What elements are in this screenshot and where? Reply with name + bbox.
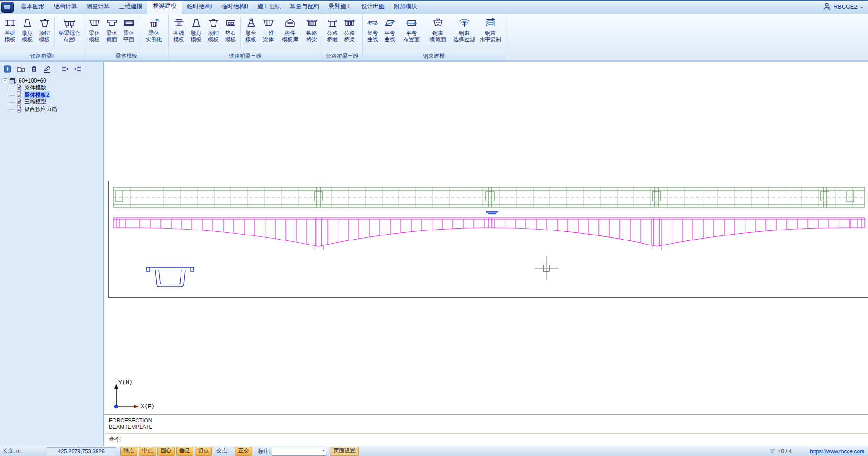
t-section-icon: [432, 15, 444, 30]
menu-tab-临时结构I[interactable]: 临时结构I: [182, 0, 217, 14]
snap-button-中点[interactable]: 中点: [139, 447, 156, 456]
add-button[interactable]: [3, 64, 12, 74]
menu-tab-施工组织[interactable]: 施工组织: [253, 0, 285, 14]
chevron-down-icon[interactable]: ⌄: [860, 4, 863, 9]
bridge-elevation-view: [113, 218, 865, 250]
annotation-label: 标注:: [258, 447, 270, 455]
ribbon-button-墩身模板[interactable]: 墩身模板: [19, 15, 36, 51]
ribbon-button-竖弯曲线[interactable]: 竖弯曲线: [364, 15, 381, 51]
user-account[interactable]: RBCCE2 ⌄: [823, 2, 863, 10]
page-setup-button[interactable]: 页面设置: [330, 447, 359, 456]
ribbon-button-label: 墩身模板: [22, 30, 33, 43]
snap-button-切点[interactable]: 切点: [195, 447, 212, 456]
command-prompt[interactable]: 命令:: [109, 436, 868, 442]
drawing-canvas[interactable]: Y(N) X(E): [104, 62, 868, 415]
ribbon-group-公路桥梁三维: 公路桥墩公路桥梁公路桥梁三维: [322, 14, 363, 60]
tree-item-纵向预应力筋[interactable]: 纵向预应力筋: [10, 106, 103, 113]
ribbon-button-梁体模板[interactable]: 梁体模板: [86, 15, 103, 51]
menu-tab-三维建模[interactable]: 三维建模: [114, 0, 147, 14]
menu-tab-设计出图[interactable]: 设计出图: [357, 0, 389, 14]
ribbon-button-label: 顶帽模板: [39, 30, 50, 43]
ribbon-button-基础模板[interactable]: 基础模板: [170, 15, 187, 51]
ucs-axis-indicator: Y(N) X(E): [114, 379, 155, 410]
ribbon-group-title: 铁路桥梁I: [0, 51, 84, 60]
snap-button-垂足[interactable]: 垂足: [176, 447, 193, 456]
ribbon-button-公路桥墩[interactable]: 公路桥墩: [324, 15, 341, 51]
v-curve-icon: [367, 15, 379, 30]
user-name: RBCCE2: [834, 3, 858, 10]
foundation-icon: [4, 15, 16, 30]
drawing-area[interactable]: Y(N) X(E): [104, 62, 868, 414]
ribbon-button-三维梁体[interactable]: 三维梁体: [260, 15, 277, 51]
delete-button[interactable]: [29, 64, 39, 74]
ribbon-button-顶帽模板[interactable]: 顶帽模板: [205, 15, 222, 51]
app-logo-icon[interactable]: [1, 2, 14, 13]
ribbon-button-钢束水平复制[interactable]: 钢束水平复制: [477, 15, 504, 51]
ribbon-button-顶帽模板[interactable]: 顶帽模板: [36, 15, 53, 51]
snap-button-正交[interactable]: 正交: [235, 447, 252, 456]
application-window: 基本图形结构计算测量计算三维建模桥梁建模临时结构I临时结构II施工组织算量与配料…: [0, 0, 868, 456]
foundation2-icon: [173, 15, 185, 30]
ribbon-button-梁体平面[interactable]: 梁体平面: [120, 15, 137, 51]
menu-tab-结构计算[interactable]: 结构计算: [49, 0, 82, 14]
ribbon-group-title: 梁体模板: [84, 51, 168, 60]
ribbon-button-label: 基础模板: [5, 30, 15, 43]
tree-item-梁体模板2[interactable]: 梁体模板2: [10, 92, 103, 99]
tree-root-row[interactable]: 60+100+60: [3, 77, 103, 84]
ribbon-button-平弯曲线[interactable]: 平弯曲线: [381, 15, 398, 51]
ribbon-button-墩身模板[interactable]: 墩身模板: [187, 15, 205, 51]
annotation-style-dropdown[interactable]: ▾: [272, 447, 326, 456]
snap-button-圆心[interactable]: 圆心: [157, 447, 175, 456]
toolbar-divider: [56, 65, 56, 73]
tree-item-梁体模版[interactable]: 梁体模版: [10, 84, 103, 92]
menu-tab-临时结构II[interactable]: 临时结构II: [217, 0, 253, 14]
menu-tab-附加模块[interactable]: 附加模块: [389, 0, 422, 14]
menu-tab-悬臂施工[interactable]: 悬臂施工: [324, 0, 357, 14]
filter-funnel-icon[interactable]: [769, 448, 775, 455]
p-curve-icon: [384, 15, 396, 30]
length-unit-label: 长度: m: [2, 447, 25, 455]
add-folder-button[interactable]: [16, 64, 25, 74]
ribbon-button-公路桥梁[interactable]: 公路桥梁: [341, 15, 358, 51]
ribbon-button-label: 铁路桥梁: [306, 30, 317, 43]
axis-y-label: Y(N): [118, 379, 132, 386]
ribbon-button-钢束横截面[interactable]: 钢束横截面: [425, 15, 451, 51]
ribbon-button-墩台模板[interactable]: 墩台模板: [242, 15, 260, 51]
collapse-minus-icon[interactable]: [3, 78, 7, 83]
ribbon-button-梁体实例化[interactable]: 梁体实例化: [141, 15, 167, 51]
ribbon-button-基础模板[interactable]: 基础模板: [1, 15, 19, 51]
tree-item-三维模型[interactable]: 三维模型: [10, 98, 103, 106]
bridge3-icon: [343, 15, 356, 30]
statusbar-right: : 0 / 4 https://www.rbcce.com: [769, 448, 864, 455]
collapse-list-button[interactable]: [74, 64, 83, 74]
tree-children: 梁体模版梁体模板2三维模型纵向预应力筋: [10, 84, 103, 113]
ribbon-button-label: 梁体平面: [123, 30, 134, 43]
ribbon-button-梁体截面[interactable]: 梁体截面: [103, 15, 120, 51]
ribbon-group-title: 钢束建模: [363, 51, 505, 60]
instance-icon: [148, 15, 160, 30]
ribbon-button-平弯布置面[interactable]: 平弯布置面: [398, 15, 425, 51]
ribbon-button-构件模板库[interactable]: 构件模板库: [277, 15, 303, 51]
menu-tab-算量与配料[interactable]: 算量与配料: [285, 0, 324, 14]
bridge-layout-icon: [64, 15, 76, 30]
ribbon-button-label: 平弯布置面: [403, 30, 420, 43]
snap-button-端点[interactable]: 端点: [120, 447, 137, 456]
ribbon-button-垫石模板[interactable]: 垫石模板: [222, 15, 239, 51]
expand-list-button[interactable]: [60, 64, 69, 74]
snap-button-交点[interactable]: 交点: [213, 447, 230, 456]
command-console[interactable]: FORCESECTION BEAMTEMPLATE 命令:: [104, 414, 868, 446]
ribbon-button-label: 梁体模板: [89, 30, 100, 43]
website-link[interactable]: https://www.rbcce.com: [810, 448, 864, 455]
road-pier-icon: [326, 15, 338, 30]
ribbon-button-label: 构件模板库: [282, 30, 298, 43]
edit-button[interactable]: [43, 64, 52, 74]
tree-root-label[interactable]: 60+100+60: [19, 78, 46, 84]
ribbon-button-铁路桥梁[interactable]: 铁路桥梁: [303, 15, 320, 51]
ribbon-button-桥梁综合布置I[interactable]: 桥梁综合布置I: [56, 15, 83, 51]
ribbon-button-label: 公路桥墩: [327, 30, 338, 43]
menu-tab-桥梁建模[interactable]: 桥梁建模: [147, 0, 182, 14]
menu-tab-基本图形[interactable]: 基本图形: [16, 0, 49, 14]
menu-tab-测量计算[interactable]: 测量计算: [82, 0, 114, 14]
ribbon-button-钢束选择过滤[interactable]: 钢束选择过滤: [451, 15, 477, 51]
group-divider: [139, 17, 139, 49]
